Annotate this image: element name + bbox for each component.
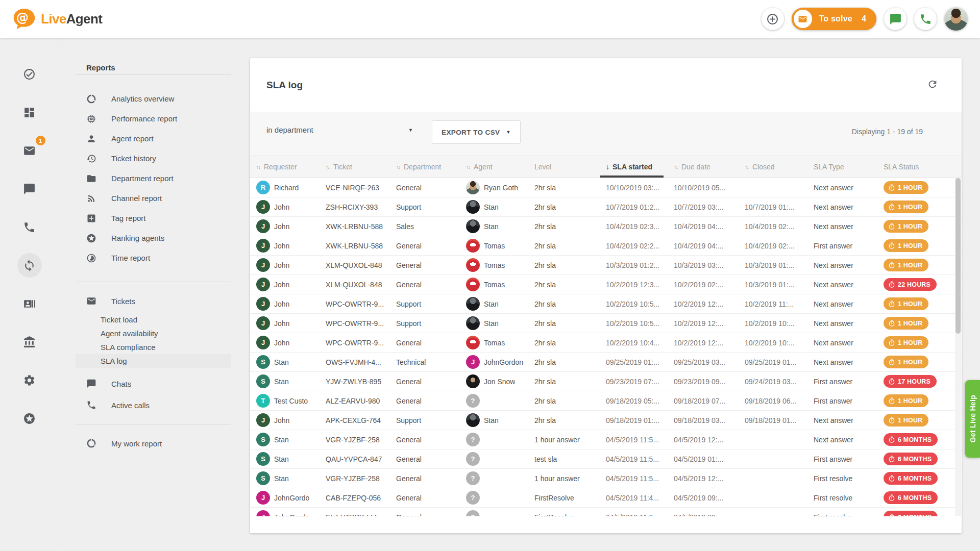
rail-item-chats[interactable] — [17, 177, 42, 201]
rail-item-billing[interactable] — [17, 330, 42, 354]
table-row[interactable]: JJohnWPC-OWRTR-9...SupportStan2hr sla10/… — [250, 294, 962, 314]
table-row[interactable]: TTest CustoALZ-EARVU-980General?2hr sla0… — [250, 391, 962, 411]
sidebar-item-tag-report[interactable]: Tag report — [76, 208, 231, 228]
column-header-level[interactable]: Level — [528, 156, 600, 178]
sla-status-cell: 1 HOUR — [877, 256, 962, 274]
sla-started-cell: 10/7/2019 01:2... — [600, 197, 668, 216]
ticket-cell: CAB-FZEPQ-056 — [320, 488, 390, 507]
sla-status-cell: 1 HOUR — [877, 178, 962, 197]
sidebar-item-channel-report[interactable]: Channel report — [76, 188, 231, 208]
column-header-requester[interactable]: ↑↓Requester — [250, 156, 320, 178]
sidebar-item-department-report[interactable]: Department report — [76, 168, 231, 188]
sidebar-item-time-report[interactable]: Time report — [76, 248, 231, 268]
column-header-department[interactable]: ↑↓Department — [390, 156, 460, 178]
table-row[interactable]: SStanVGR-YJZBF-258General?1 hour answer0… — [250, 469, 962, 488]
department-cell: Technical — [390, 353, 460, 371]
table-row[interactable]: JJohnWPC-OWRTR-9...SupportStan2hr sla10/… — [250, 314, 962, 333]
table-scrollbar[interactable] — [955, 178, 961, 516]
table-row[interactable]: JJohnZSH-RCIXY-393SupportStan2hr sla10/7… — [250, 197, 962, 217]
table-row[interactable]: JJohnGordoCAB-FZEPQ-056General?FirstReso… — [250, 488, 962, 508]
department-cell: General — [390, 236, 460, 255]
table-row[interactable]: RRichardVCE-NIRQF-263GeneralRyan Goth2hr… — [250, 178, 962, 197]
avatar: J — [256, 316, 270, 330]
sla-status-badge: 1 HOUR — [884, 297, 928, 310]
rail-item-customers[interactable] — [17, 291, 42, 316]
department-filter-value: in department — [266, 126, 313, 134]
rail-item-calls[interactable] — [17, 215, 42, 239]
analytics-icon — [86, 94, 96, 104]
column-header-sla-status[interactable]: SLA Status — [877, 156, 962, 178]
column-header-ticket[interactable]: ↑↓Ticket — [320, 156, 390, 178]
get-live-help-tab[interactable]: Get Live Help — [965, 380, 980, 458]
sla-type-cell: Next answer — [807, 256, 877, 274]
sidebar-subitem-sla-compliance[interactable]: SLA compliance — [76, 340, 231, 354]
table-row[interactable]: JJohnXWK-LRBNU-588SalesStan2hr sla10/4/2… — [250, 217, 962, 236]
sidebar-item-ticket-history[interactable]: Ticket history — [76, 148, 231, 168]
table-row[interactable]: JJohnXWK-LRBNU-588GeneralTomas2hr sla10/… — [250, 236, 962, 256]
column-header-due-date[interactable]: ↑↓Due date — [668, 156, 739, 178]
sidebar-item-chats[interactable]: Chats — [76, 373, 231, 394]
calls-header-button[interactable] — [914, 8, 937, 30]
level-cell: 1 hour answer — [528, 430, 600, 449]
chats-header-button[interactable] — [884, 8, 906, 30]
timer-icon — [888, 339, 895, 346]
sidebar-item-label: Ranking agents — [111, 234, 164, 242]
agent-avatar — [466, 413, 480, 427]
avatar: T — [256, 394, 270, 408]
due-date-cell: 10/10/2019 05... — [668, 178, 739, 197]
refresh-icon — [927, 79, 938, 90]
sidebar-item-tickets[interactable]: Tickets — [76, 290, 231, 312]
column-header-agent[interactable]: ↑↓Agent — [460, 156, 528, 178]
unknown-avatar: ? — [466, 433, 480, 446]
table-row[interactable]: SStanVGR-YJZBF-258General?1 hour answer0… — [250, 430, 962, 449]
closed-cell — [739, 449, 807, 468]
table-row[interactable]: JJohnXLM-QUXOL-848GeneralTomas2hr sla10/… — [250, 256, 962, 275]
rail-item-dashboard[interactable] — [17, 100, 42, 124]
sidebar-item-ranking-agents[interactable]: Ranking agents — [76, 228, 231, 248]
column-header-closed[interactable]: ↑↓Closed — [739, 156, 807, 178]
sla-status-cell: 1 HOUR — [877, 294, 962, 313]
add-button[interactable] — [762, 8, 784, 30]
sla-started-cell: 04/5/2019 11:3... — [600, 508, 668, 516]
sidebar-subitem-agent-availability[interactable]: Agent availability — [76, 327, 231, 340]
rail-item-tickets[interactable]: 1 — [17, 138, 42, 163]
sidebar-item-performance-report[interactable]: Performance report — [76, 109, 231, 129]
sidebar-item-analytics-overview[interactable]: Analytics overview — [76, 89, 231, 109]
page-title: SLA log — [266, 80, 303, 91]
sidebar-item-agent-report[interactable]: Agent report — [76, 129, 231, 148]
mail-icon — [86, 296, 96, 306]
scrollbar-thumb[interactable] — [955, 178, 961, 334]
table-header: ↑↓Requester↑↓Ticket↑↓Department↑↓AgentLe… — [250, 156, 962, 178]
table-row[interactable]: JJohnAPK-CEXLG-764SupportStan2hr sla09/1… — [250, 411, 962, 430]
avatar: J — [256, 413, 270, 427]
table-row[interactable]: SStanOWS-FVJMH-4...TechnicalJJohnGordon2… — [250, 353, 962, 372]
table-row[interactable]: JJohnWPC-OWRTR-9...GeneralTomas2hr sla10… — [250, 333, 962, 353]
rail-item-gamification[interactable] — [17, 406, 42, 431]
due-date-cell: 10/2/2019 12:... — [668, 333, 739, 352]
to-solve-button[interactable]: To solve 4 — [792, 8, 876, 30]
table-row[interactable]: JJohnXLM-QUXOL-848GeneralTomas2hr sla10/… — [250, 275, 962, 294]
department-cell: General — [390, 333, 460, 352]
unknown-avatar: ? — [466, 510, 480, 516]
refresh-button[interactable] — [924, 76, 941, 94]
column-header-sla-type[interactable]: SLA Type — [807, 156, 877, 178]
rail-item-reports[interactable] — [17, 253, 42, 278]
table-row[interactable]: JJohnGordoELJ-UTPPP-555General?FirstReso… — [250, 508, 962, 516]
export-csv-button[interactable]: EXPORT TO CSV ▼ — [432, 120, 521, 144]
closed-cell: 10/4/2019 02:... — [739, 236, 807, 255]
table-row[interactable]: SStanQAU-YVPCA-847General?test sla04/5/2… — [250, 449, 962, 469]
rail-item-configuration[interactable] — [17, 368, 42, 392]
sidebar-item-active-calls[interactable]: Active calls — [76, 394, 231, 416]
department-filter-select[interactable]: in department ▼ — [266, 126, 413, 134]
department-cell: Support — [390, 314, 460, 333]
table-row[interactable]: SStanYJW-ZWLYB-895GeneralJon Snow2hr sla… — [250, 372, 962, 391]
sidebar-item-my-work-report[interactable]: My work report — [76, 433, 231, 454]
sidebar-item-label: Tickets — [111, 297, 135, 306]
column-header-sla-started[interactable]: ↓SLA started — [600, 156, 668, 178]
sidebar-subitem-ticket-load[interactable]: Ticket load — [76, 313, 231, 327]
sla-started-cell: 10/2/2019 10:4... — [600, 333, 668, 352]
history-icon — [86, 154, 96, 164]
user-avatar[interactable] — [944, 7, 968, 31]
rail-item-tasks[interactable] — [17, 62, 42, 86]
sidebar-subitem-sla-log[interactable]: SLA log — [76, 354, 231, 368]
